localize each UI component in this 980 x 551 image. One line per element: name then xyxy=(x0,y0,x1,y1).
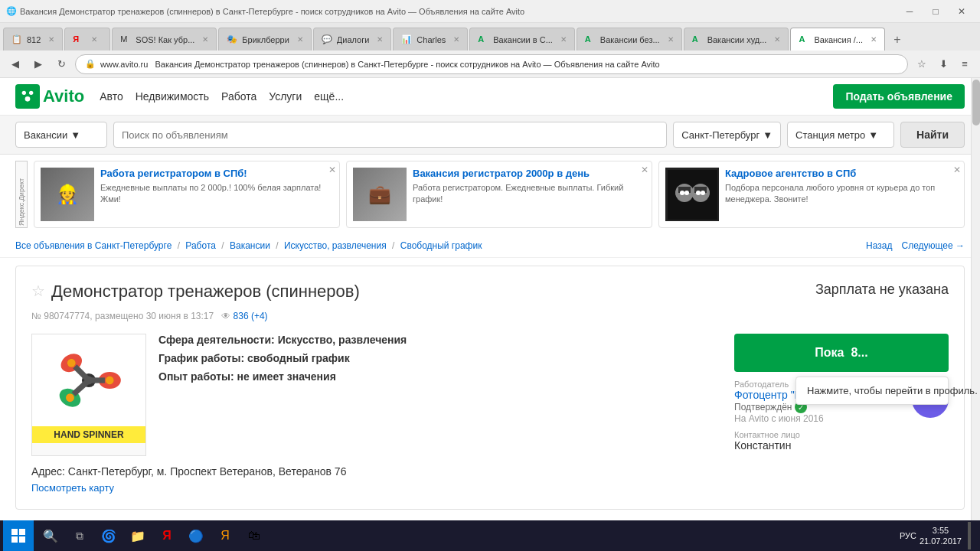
tab-vak1[interactable]: А Вакансии в С... ✕ xyxy=(469,28,575,51)
tab-close-sos[interactable]: ✕ xyxy=(202,35,208,44)
verified-label: Подтверждён xyxy=(734,402,792,412)
tab-close-vak1[interactable]: ✕ xyxy=(560,35,567,44)
tab-close-1[interactable]: ✕ xyxy=(48,35,54,44)
search-metro-select[interactable]: Станция метро ▼ xyxy=(787,122,894,148)
tab-close-dial[interactable]: ✕ xyxy=(377,35,383,44)
job-schedule-row: График работы: свободный график xyxy=(158,352,722,364)
reload-btn[interactable]: ↻ xyxy=(52,55,70,73)
post-ad-btn[interactable]: Подать объявление xyxy=(833,84,965,109)
tab-charles[interactable]: 📊 Charles ✕ xyxy=(393,28,468,51)
tab-close-ya[interactable]: ✕ xyxy=(91,35,97,44)
breadcrumb-vacancies[interactable]: Вакансии xyxy=(230,240,270,251)
tab-close-charles[interactable]: ✕ xyxy=(453,35,459,44)
job-details: HAND SPINNER Сфера деятельности: Искусст… xyxy=(31,334,949,456)
ads-banner: Яндекс.Директ 👷 Работа регистратором в С… xyxy=(0,155,980,234)
show-phone-btn[interactable]: Пока 8... xyxy=(734,334,949,372)
tab-vak-active[interactable]: А Вакансия /... ✕ xyxy=(790,28,885,51)
tab-vak3[interactable]: А Вакансии худ... ✕ xyxy=(684,28,789,51)
nav-work[interactable]: Работа xyxy=(221,90,256,103)
ad-body-1: Работа регистратором в СПб! Ежедневные в… xyxy=(100,168,333,221)
tab-favicon-vak2: А xyxy=(585,34,596,45)
employer-since: На Avito с июня 2016 xyxy=(734,413,949,424)
show-phone-label: Пока xyxy=(815,346,844,359)
map-link[interactable]: Посмотреть карту xyxy=(31,482,114,494)
address-bar[interactable]: 🔒 www.avito.ru Вакансия Демонстратор тре… xyxy=(75,54,908,74)
ad-close-3[interactable]: ✕ xyxy=(953,165,961,175)
breadcrumb-work[interactable]: Работа xyxy=(185,240,216,251)
tab-label-vak3: Вакансии худ... xyxy=(707,35,767,44)
start-btn[interactable] xyxy=(3,520,34,551)
breadcrumb-schedule[interactable]: Свободный график xyxy=(400,240,482,251)
tab-sos[interactable]: M SOS! Как убр... ✕ xyxy=(112,28,217,51)
taskbar-clock: 3:55 21.07.2017 xyxy=(920,525,962,547)
job-experience-row: Опыт работы: не имеет значения xyxy=(158,370,722,383)
close-icon[interactable]: ✕ xyxy=(949,4,974,19)
ad-link-3[interactable]: Кадровое агентство в СПб xyxy=(725,168,856,179)
job-schedule-value: свободный график xyxy=(247,352,350,364)
ad-link-2[interactable]: Вакансия регистратор 2000р в день xyxy=(413,168,590,179)
taskbar-chrome-icon[interactable]: 🔵 xyxy=(182,522,210,549)
ad-close-2[interactable]: ✕ xyxy=(641,165,648,175)
breadcrumb-prev[interactable]: Назад xyxy=(866,240,892,251)
search-city-select[interactable]: Санкт-Петербург ▼ xyxy=(673,122,781,148)
avito-logo-icon xyxy=(15,84,40,109)
address-section: Адрес: Санкт-Петербург, м. Проспект Вете… xyxy=(31,465,949,478)
search-btn[interactable]: Найти xyxy=(900,122,965,148)
taskbar-date: 21.07.2017 xyxy=(920,536,962,546)
new-tab-btn[interactable]: + xyxy=(887,29,908,51)
ad-img-3 xyxy=(665,168,719,221)
scrollbar-track[interactable] xyxy=(971,78,980,520)
tab-favicon-1: 📋 xyxy=(11,34,22,45)
address-text: www.avito.ru Вакансия Демонстратор трена… xyxy=(100,60,898,69)
taskbar-yandex2-icon[interactable]: Я xyxy=(211,522,239,549)
nav-more[interactable]: ещё... xyxy=(314,90,344,103)
tab-favicon-charles: 📊 xyxy=(401,34,412,45)
tab-close-vak-active[interactable]: ✕ xyxy=(871,35,877,44)
breadcrumb-all[interactable]: Все объявления в Санкт-Петербурге xyxy=(15,240,172,251)
tab-close-vak3[interactable]: ✕ xyxy=(774,35,780,44)
tab-dialogi[interactable]: 💬 Диалоги ✕ xyxy=(313,28,392,51)
breadcrumb-next[interactable]: Следующее → xyxy=(902,240,965,251)
job-experience-value: не имеет значения xyxy=(237,370,336,383)
breadcrumb-art[interactable]: Искусство, развлечения xyxy=(284,240,387,251)
nav-realty[interactable]: Недвижимость xyxy=(136,90,209,103)
ad-close-1[interactable]: ✕ xyxy=(328,165,336,175)
maximize-icon[interactable]: □ xyxy=(923,4,948,19)
forward-btn[interactable]: ▶ xyxy=(29,55,47,73)
taskbar-store-icon[interactable]: 🛍 xyxy=(240,522,268,549)
bookmark-icon[interactable]: ☆ xyxy=(913,55,931,73)
show-desktop-btn[interactable] xyxy=(968,522,971,549)
tab-close-brick[interactable]: ✕ xyxy=(297,35,303,44)
ad-link-1[interactable]: Работа регистратором в СПб! xyxy=(100,168,247,179)
taskbar-explorer-icon[interactable]: 📁 xyxy=(124,522,152,549)
title-bar: 🌐 Вакансия Демонстратор тренажеров (спин… xyxy=(0,0,980,23)
tab-yandex[interactable]: Я ✕ xyxy=(64,28,110,51)
taskbar-quick-launch: 🔍 ⧉ 🌀 📁 Я 🔵 Я 🛍 xyxy=(34,522,271,549)
nav-auto[interactable]: Авто xyxy=(100,90,123,103)
tab-label-dial: Диалоги xyxy=(337,35,370,44)
contact-label: Контактное лицо xyxy=(734,430,949,439)
menu-icon[interactable]: ≡ xyxy=(956,55,974,73)
search-category-select[interactable]: Вакансии ▼ xyxy=(15,122,107,148)
tab-812[interactable]: 📋 812 ✕ xyxy=(3,28,63,51)
taskbar-taskview-icon[interactable]: ⧉ xyxy=(66,522,93,549)
download-icon[interactable]: ⬇ xyxy=(934,55,952,73)
job-meta: № 980747774, размещено 30 июня в 13:17 👁… xyxy=(31,311,949,321)
taskbar-yandex-icon[interactable]: Я xyxy=(153,522,181,549)
minimize-icon[interactable]: ─ xyxy=(897,4,922,19)
search-input[interactable] xyxy=(113,122,667,148)
scrollbar-thumb[interactable] xyxy=(972,80,980,126)
favorite-star-icon[interactable]: ☆ xyxy=(31,282,45,300)
ad-img-2: 💼 xyxy=(353,168,407,221)
tab-label-sos: SOS! Как убр... xyxy=(136,35,194,44)
taskbar-search-icon[interactable]: 🔍 xyxy=(37,522,64,549)
taskbar-edge-icon[interactable]: 🌀 xyxy=(95,522,122,549)
tab-favicon-vak3: А xyxy=(692,34,703,45)
tab-vak2[interactable]: А Вакансии без... ✕ xyxy=(577,28,682,51)
breadcrumb-sep-1: / xyxy=(178,240,183,251)
back-btn[interactable]: ◀ xyxy=(6,55,24,73)
tab-close-vak2[interactable]: ✕ xyxy=(668,35,674,44)
breadcrumb-sep-3: / xyxy=(276,240,281,251)
nav-services[interactable]: Услуги xyxy=(269,90,302,103)
tab-bricklberry[interactable]: 🎭 Бриклберри ✕ xyxy=(218,28,312,51)
